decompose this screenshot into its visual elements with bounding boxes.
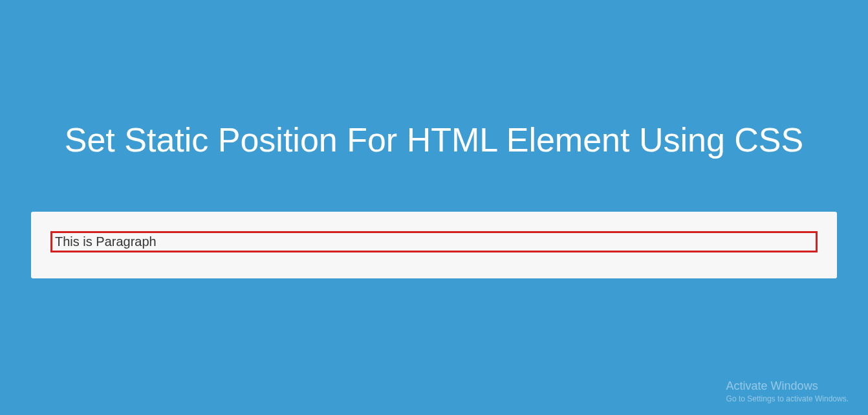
windows-activation-watermark: Activate Windows Go to Settings to activ…: [726, 379, 849, 403]
watermark-subtitle: Go to Settings to activate Windows.: [726, 394, 849, 403]
paragraph-box: This is Paragraph: [50, 231, 818, 252]
content-panel: This is Paragraph: [31, 212, 837, 278]
page-heading: Set Static Position For HTML Element Usi…: [0, 120, 868, 160]
watermark-title: Activate Windows: [726, 379, 849, 393]
